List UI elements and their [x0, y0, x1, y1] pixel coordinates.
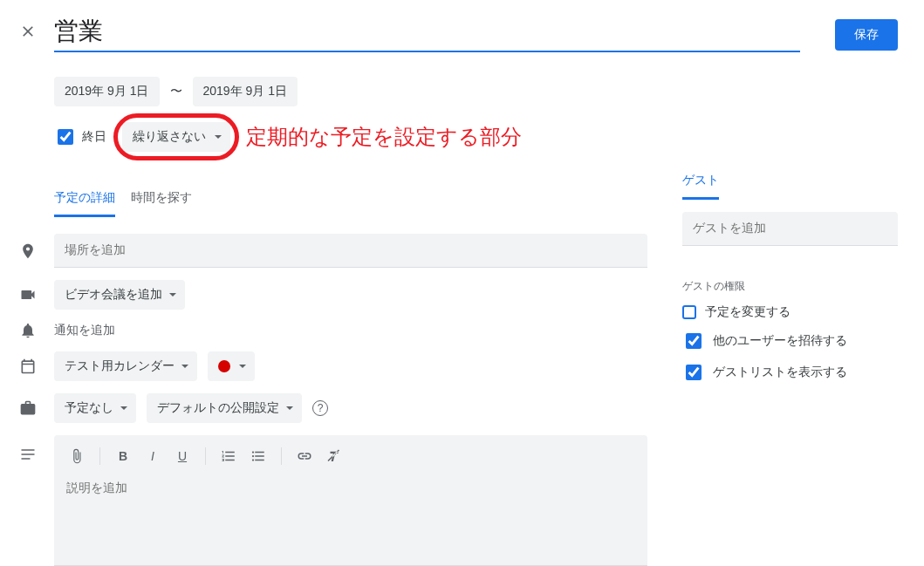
clear-format-icon[interactable]: [322, 444, 346, 468]
visibility-select[interactable]: デフォルトの公開設定: [147, 393, 302, 423]
chevron-down-icon: [120, 406, 127, 410]
tab-find-time[interactable]: 時間を探す: [131, 190, 192, 217]
recurrence-dropdown[interactable]: 繰り返さない: [122, 122, 230, 152]
guest-permissions-heading: ゲストの権限: [682, 279, 898, 294]
chevron-down-icon: [286, 406, 293, 410]
guest-input[interactable]: ゲストを追加: [682, 212, 898, 246]
location-icon: [19, 242, 37, 260]
perm-modify-label: 予定を変更する: [705, 304, 791, 320]
perm-invite-checkbox[interactable]: [686, 333, 702, 349]
description-icon: [19, 446, 37, 463]
briefcase-icon: [19, 399, 37, 417]
close-icon[interactable]: [19, 23, 37, 40]
calendar-select[interactable]: テスト用カレンダー: [54, 351, 197, 381]
chevron-down-icon: [239, 365, 246, 368]
event-title-input[interactable]: [54, 16, 800, 52]
video-icon: [19, 286, 37, 303]
unordered-list-icon[interactable]: [246, 444, 270, 468]
annotation-text: 定期的な予定を設定する部分: [246, 123, 522, 151]
attach-icon[interactable]: [65, 444, 89, 468]
tab-details[interactable]: 予定の詳細: [54, 190, 115, 217]
italic-icon[interactable]: I: [140, 444, 165, 468]
calendar-icon: [19, 358, 37, 375]
description-editor[interactable]: B I U: [54, 435, 647, 566]
allday-checkbox[interactable]: [58, 129, 73, 145]
bold-icon[interactable]: B: [111, 444, 135, 468]
help-icon[interactable]: ?: [312, 400, 328, 416]
underline-icon[interactable]: U: [170, 444, 195, 468]
availability-select[interactable]: 予定なし: [54, 393, 136, 423]
perm-see-checkbox[interactable]: [686, 365, 702, 380]
chevron-down-icon: [181, 365, 188, 368]
perm-invite-label: 他のユーザーを招待する: [713, 333, 847, 349]
chevron-down-icon: [169, 293, 176, 297]
perm-see-label: ゲストリストを表示する: [713, 365, 847, 380]
video-conference-dropdown[interactable]: ビデオ会議を追加: [54, 280, 185, 310]
end-date-chip[interactable]: 2019年 9月 1日: [193, 77, 298, 106]
start-date-chip[interactable]: 2019年 9月 1日: [54, 77, 160, 106]
color-swatch: [218, 360, 230, 372]
bell-icon: [19, 322, 37, 339]
allday-label: 終日: [82, 129, 106, 145]
perm-modify-checkbox[interactable]: [682, 305, 696, 319]
save-button[interactable]: 保存: [835, 19, 898, 51]
link-icon[interactable]: [292, 444, 317, 468]
ordered-list-icon[interactable]: [216, 444, 241, 468]
date-separator: 〜: [170, 84, 182, 99]
tab-guests[interactable]: ゲスト: [682, 173, 719, 200]
event-color-select[interactable]: [208, 351, 255, 381]
add-notification-button[interactable]: 通知を追加: [54, 323, 115, 338]
location-input[interactable]: 場所を追加: [54, 234, 647, 268]
chevron-down-icon: [215, 135, 222, 139]
description-placeholder: 説明を追加: [54, 477, 647, 508]
